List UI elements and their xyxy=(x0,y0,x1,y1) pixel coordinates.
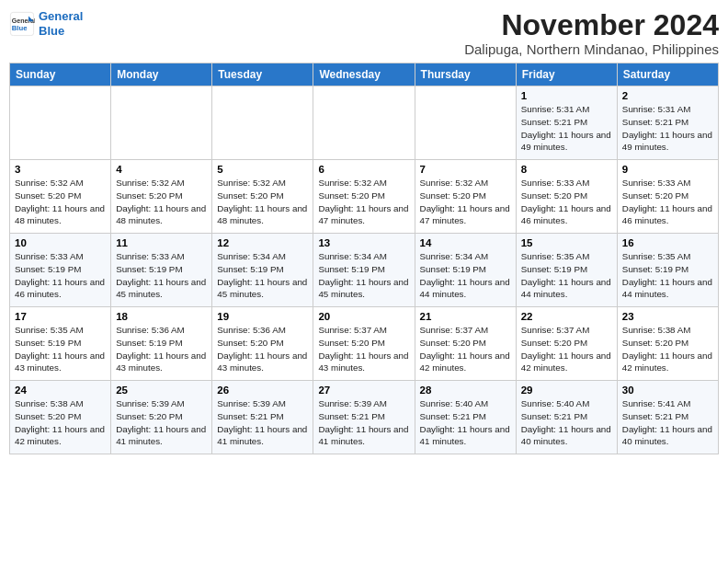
header-cell-thursday: Thursday xyxy=(415,63,516,86)
day-number: 8 xyxy=(521,164,612,175)
day-number: 21 xyxy=(420,311,511,322)
day-info: Sunrise: 5:35 AM Sunset: 5:19 PM Dayligh… xyxy=(622,250,713,301)
day-cell: 17Sunrise: 5:35 AM Sunset: 5:19 PM Dayli… xyxy=(10,307,111,381)
day-info: Sunrise: 5:38 AM Sunset: 5:20 PM Dayligh… xyxy=(622,324,713,374)
day-cell: 5Sunrise: 5:32 AM Sunset: 5:20 PM Daylig… xyxy=(212,160,313,234)
day-info: Sunrise: 5:39 AM Sunset: 5:21 PM Dayligh… xyxy=(318,397,409,448)
day-info: Sunrise: 5:36 AM Sunset: 5:20 PM Dayligh… xyxy=(217,324,308,374)
day-info: Sunrise: 5:31 AM Sunset: 5:21 PM Dayligh… xyxy=(622,103,713,154)
day-number: 5 xyxy=(217,164,308,175)
day-cell: 22Sunrise: 5:37 AM Sunset: 5:20 PM Dayli… xyxy=(516,307,617,381)
day-number: 15 xyxy=(521,237,612,248)
day-number: 11 xyxy=(116,237,207,248)
day-cell: 28Sunrise: 5:40 AM Sunset: 5:21 PM Dayli… xyxy=(415,381,516,454)
day-number: 29 xyxy=(521,385,612,396)
logo: General Blue General Blue xyxy=(9,9,83,38)
day-info: Sunrise: 5:36 AM Sunset: 5:19 PM Dayligh… xyxy=(116,324,207,374)
day-cell xyxy=(313,86,415,160)
day-cell: 14Sunrise: 5:34 AM Sunset: 5:19 PM Dayli… xyxy=(415,234,516,307)
day-info: Sunrise: 5:37 AM Sunset: 5:20 PM Dayligh… xyxy=(521,324,612,374)
page-header: General Blue General Blue November 2024 … xyxy=(9,9,719,57)
day-info: Sunrise: 5:38 AM Sunset: 5:20 PM Dayligh… xyxy=(15,397,106,448)
day-info: Sunrise: 5:32 AM Sunset: 5:20 PM Dayligh… xyxy=(420,177,511,227)
day-cell: 16Sunrise: 5:35 AM Sunset: 5:19 PM Dayli… xyxy=(617,234,718,307)
day-number: 25 xyxy=(116,385,207,396)
day-number: 17 xyxy=(15,311,106,322)
day-cell: 18Sunrise: 5:36 AM Sunset: 5:19 PM Dayli… xyxy=(111,307,212,381)
header-cell-wednesday: Wednesday xyxy=(313,63,415,86)
day-info: Sunrise: 5:32 AM Sunset: 5:20 PM Dayligh… xyxy=(116,177,207,227)
day-cell xyxy=(415,86,516,160)
day-info: Sunrise: 5:35 AM Sunset: 5:19 PM Dayligh… xyxy=(15,324,106,374)
day-number: 30 xyxy=(622,385,713,396)
day-cell: 2Sunrise: 5:31 AM Sunset: 5:21 PM Daylig… xyxy=(617,86,718,160)
day-cell: 1Sunrise: 5:31 AM Sunset: 5:21 PM Daylig… xyxy=(516,86,617,160)
day-number: 19 xyxy=(217,311,308,322)
day-number: 26 xyxy=(217,385,308,396)
day-cell: 9Sunrise: 5:33 AM Sunset: 5:20 PM Daylig… xyxy=(617,160,718,234)
day-info: Sunrise: 5:34 AM Sunset: 5:19 PM Dayligh… xyxy=(217,250,308,301)
day-cell: 23Sunrise: 5:38 AM Sunset: 5:20 PM Dayli… xyxy=(617,307,718,381)
week-row-4: 17Sunrise: 5:35 AM Sunset: 5:19 PM Dayli… xyxy=(10,307,719,381)
day-number: 28 xyxy=(420,385,511,396)
day-cell: 15Sunrise: 5:35 AM Sunset: 5:19 PM Dayli… xyxy=(516,234,617,307)
day-number: 20 xyxy=(318,311,409,322)
day-number: 13 xyxy=(318,237,409,248)
day-info: Sunrise: 5:32 AM Sunset: 5:20 PM Dayligh… xyxy=(318,177,409,227)
day-info: Sunrise: 5:35 AM Sunset: 5:19 PM Dayligh… xyxy=(521,250,612,301)
day-cell: 27Sunrise: 5:39 AM Sunset: 5:21 PM Dayli… xyxy=(313,381,415,454)
day-info: Sunrise: 5:31 AM Sunset: 5:21 PM Dayligh… xyxy=(521,103,612,154)
day-info: Sunrise: 5:34 AM Sunset: 5:19 PM Dayligh… xyxy=(420,250,511,301)
svg-text:Blue: Blue xyxy=(12,24,28,32)
day-number: 23 xyxy=(622,311,713,322)
day-number: 10 xyxy=(15,237,106,248)
day-cell: 7Sunrise: 5:32 AM Sunset: 5:20 PM Daylig… xyxy=(415,160,516,234)
day-cell: 10Sunrise: 5:33 AM Sunset: 5:19 PM Dayli… xyxy=(10,234,111,307)
day-info: Sunrise: 5:40 AM Sunset: 5:21 PM Dayligh… xyxy=(521,397,612,448)
day-info: Sunrise: 5:37 AM Sunset: 5:20 PM Dayligh… xyxy=(420,324,511,374)
calendar-table: SundayMondayTuesdayWednesdayThursdayFrid… xyxy=(9,63,719,454)
day-info: Sunrise: 5:33 AM Sunset: 5:20 PM Dayligh… xyxy=(622,177,713,227)
day-info: Sunrise: 5:41 AM Sunset: 5:21 PM Dayligh… xyxy=(622,397,713,448)
day-cell: 13Sunrise: 5:34 AM Sunset: 5:19 PM Dayli… xyxy=(313,234,415,307)
day-number: 27 xyxy=(318,385,409,396)
day-info: Sunrise: 5:32 AM Sunset: 5:20 PM Dayligh… xyxy=(217,177,308,227)
day-info: Sunrise: 5:40 AM Sunset: 5:21 PM Dayligh… xyxy=(420,397,511,448)
day-number: 3 xyxy=(15,164,106,175)
day-number: 18 xyxy=(116,311,207,322)
header-cell-monday: Monday xyxy=(111,63,212,86)
day-info: Sunrise: 5:33 AM Sunset: 5:19 PM Dayligh… xyxy=(15,250,106,301)
day-number: 6 xyxy=(318,164,409,175)
day-cell: 11Sunrise: 5:33 AM Sunset: 5:19 PM Dayli… xyxy=(111,234,212,307)
day-number: 4 xyxy=(116,164,207,175)
logo-icon: General Blue xyxy=(9,11,35,37)
day-cell: 26Sunrise: 5:39 AM Sunset: 5:21 PM Dayli… xyxy=(212,381,313,454)
day-info: Sunrise: 5:32 AM Sunset: 5:20 PM Dayligh… xyxy=(15,177,106,227)
day-number: 24 xyxy=(15,385,106,396)
day-cell: 29Sunrise: 5:40 AM Sunset: 5:21 PM Dayli… xyxy=(516,381,617,454)
day-cell: 30Sunrise: 5:41 AM Sunset: 5:21 PM Dayli… xyxy=(617,381,718,454)
day-cell xyxy=(10,86,111,160)
header-cell-friday: Friday xyxy=(516,63,617,86)
header-cell-tuesday: Tuesday xyxy=(212,63,313,86)
day-cell: 21Sunrise: 5:37 AM Sunset: 5:20 PM Dayli… xyxy=(415,307,516,381)
day-info: Sunrise: 5:37 AM Sunset: 5:20 PM Dayligh… xyxy=(318,324,409,374)
day-cell: 6Sunrise: 5:32 AM Sunset: 5:20 PM Daylig… xyxy=(313,160,415,234)
day-number: 9 xyxy=(622,164,713,175)
title-block: November 2024 Dalipuga, Northern Mindana… xyxy=(464,9,719,57)
header-cell-sunday: Sunday xyxy=(10,63,111,86)
day-cell: 20Sunrise: 5:37 AM Sunset: 5:20 PM Dayli… xyxy=(313,307,415,381)
day-number: 22 xyxy=(521,311,612,322)
week-row-3: 10Sunrise: 5:33 AM Sunset: 5:19 PM Dayli… xyxy=(10,234,719,307)
day-cell: 8Sunrise: 5:33 AM Sunset: 5:20 PM Daylig… xyxy=(516,160,617,234)
day-cell xyxy=(111,86,212,160)
day-number: 2 xyxy=(622,90,713,101)
week-row-5: 24Sunrise: 5:38 AM Sunset: 5:20 PM Dayli… xyxy=(10,381,719,454)
day-info: Sunrise: 5:33 AM Sunset: 5:19 PM Dayligh… xyxy=(116,250,207,301)
day-cell: 4Sunrise: 5:32 AM Sunset: 5:20 PM Daylig… xyxy=(111,160,212,234)
week-row-1: 1Sunrise: 5:31 AM Sunset: 5:21 PM Daylig… xyxy=(10,86,719,160)
day-info: Sunrise: 5:39 AM Sunset: 5:21 PM Dayligh… xyxy=(217,397,308,448)
week-row-2: 3Sunrise: 5:32 AM Sunset: 5:20 PM Daylig… xyxy=(10,160,719,234)
day-cell xyxy=(212,86,313,160)
day-number: 7 xyxy=(420,164,511,175)
